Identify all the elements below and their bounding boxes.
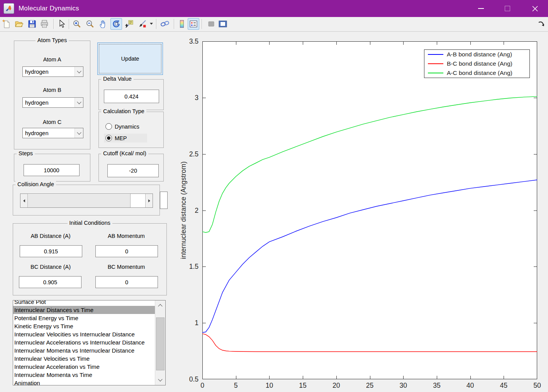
minimize-button[interactable] [472,0,490,17]
dock-figure-arrow-icon[interactable] [538,20,546,28]
edit-plot-button[interactable] [56,18,67,30]
plot-list-item[interactable]: Internuclear Accelerations vs Internucle… [13,338,155,346]
print-figure-icon [40,19,49,29]
rotate-3d-button[interactable] [110,18,122,30]
ab-momentum-label: AB Momentum [95,233,157,239]
print-figure-button[interactable] [39,18,50,30]
plot-list-item[interactable]: Internulear Velocities vs Time [13,355,155,363]
figure-toolbar [0,17,548,32]
atom-c-label: Atom C [14,119,90,125]
ab-distance-field[interactable]: 0.915 [20,245,82,257]
plot-list-item[interactable]: Internuclear Momenta vs Time [13,371,155,379]
plot-legend[interactable]: A-B bond distance (Ang)B-C bond distance… [424,49,530,78]
chevron-down-icon[interactable] [75,67,83,76]
atom-c-dropdown[interactable]: hydrogen [22,128,83,138]
x-tick-label: 15 [291,382,314,390]
legend-label: B-C bond distance (Ang) [447,60,512,67]
insert-colorbar-button[interactable] [176,18,188,30]
cutoff-title: Cutoff (Kcal/ mol) [101,150,148,156]
bc-distance-field[interactable]: 0.905 [19,276,81,288]
pointer-icon [57,19,66,29]
listbox-scrollbar[interactable] [155,300,165,385]
ab-momentum-field[interactable]: 0 [95,245,158,257]
data-cursor-button[interactable] [124,18,135,30]
plot-list-item[interactable]: Surface Plot [13,300,155,306]
plot-tools-off-button[interactable] [205,18,217,30]
atom-c-value: hydrogen [23,128,75,138]
atom-b-dropdown[interactable]: hydrogen [22,97,83,108]
chevron-down-icon[interactable] [75,128,83,138]
slider-right-arrow-icon[interactable] [145,194,153,207]
new-figure-button[interactable] [1,18,12,30]
plot-area [202,41,537,379]
steps-field[interactable]: 10000 [24,164,80,176]
collision-angle-panel: Collision Angle [13,185,160,216]
y-tick-label: 2.5 [178,150,199,158]
maximize-button[interactable] [499,0,516,17]
toolbar-separator [53,19,54,29]
plot-list-item[interactable]: Animation [13,379,155,385]
x-tick-label: 5 [224,382,248,390]
zoom-out-button[interactable] [84,18,96,30]
mep-radio[interactable]: MEP [104,134,147,143]
delta-value-field[interactable]: 0.424 [104,90,159,103]
zoom-out-icon [85,19,95,29]
y-tick-label: 3 [178,93,199,102]
slider-left-arrow-icon[interactable] [20,194,28,207]
window-title: Molecular Dynamics [19,5,79,12]
collision-angle-slider[interactable] [20,193,153,208]
atom-a-dropdown[interactable]: hydrogen [22,66,83,77]
dynamics-radio[interactable]: Dynamics [105,122,159,131]
dock-plot-tools-button[interactable] [217,18,229,30]
bc-distance-label: BC Distance (A) [20,264,81,270]
link-plot-button[interactable] [159,18,171,30]
atom-a-label: Atom A [14,56,90,63]
insert-legend-button[interactable] [188,18,199,30]
plot-type-listbox[interactable]: Surface PlotInternuclear Distances vs Ti… [13,300,166,385]
legend-label: A-C bond distance (Ang) [447,70,512,76]
chevron-down-icon[interactable] [75,98,83,107]
scroll-down-icon[interactable] [155,375,165,385]
plot-list-item[interactable]: Internuclear Distances vs Time [13,306,155,314]
y-tick-label: 1.5 [178,263,199,271]
x-tick-label: 25 [358,382,382,390]
toolbar-separator [174,19,174,29]
atom-types-panel: Atom Types Atom A hydrogen Atom B hydrog… [14,41,90,149]
rotate-3d-icon [112,19,121,29]
open-file-button[interactable] [13,18,25,30]
scrollbar-thumb[interactable] [156,317,165,370]
legend-label: A-B bond distance (Ang) [447,51,512,58]
brush-button[interactable] [137,18,148,30]
delta-value-panel: Delta Value 0.424 [98,79,164,110]
y-tick-label: 2 [178,206,199,214]
matlab-logo-icon [3,3,14,14]
initial-conditions-title: Initial Conditions [67,220,112,226]
slider-thumb[interactable] [28,194,131,207]
steps-panel: Steps 10000 [14,154,90,182]
steps-title: Steps [17,150,35,156]
mep-radio-label: MEP [115,135,127,141]
open-file-icon [14,19,24,29]
bc-momentum-field[interactable]: 0 [95,276,158,288]
insert-legend-icon [189,19,198,29]
maximize-icon [505,6,510,11]
legend-line-sample [428,54,443,55]
brush-dropdown-caret-icon[interactable] [150,23,153,25]
plot-list-item[interactable]: Kinetic Energy vs Time [13,322,155,330]
plot-list-item[interactable]: Potential Energy vs Time [13,314,155,322]
plot-list-item[interactable]: Internuclear Acceleration vs Time [13,363,155,371]
plot-list-item[interactable]: Internuclear Momenta vs Internuclear Dis… [13,346,155,355]
brush-icon [138,19,147,29]
zoom-in-button[interactable] [71,18,83,30]
close-button[interactable] [526,0,544,17]
cutoff-field[interactable]: -20 [107,164,159,177]
legend-entry: A-C bond distance (Ang) [424,68,529,78]
plot-list-item[interactable]: Internuclear Velocities vs Internuclear … [13,330,155,338]
scroll-up-icon[interactable] [155,300,165,311]
titlebar: Molecular Dynamics [0,0,548,17]
insert-colorbar-icon [177,19,187,29]
update-button[interactable]: Update [97,42,163,75]
collision-angle-value-field[interactable] [160,192,168,209]
pan-button[interactable] [97,18,109,30]
save-figure-button[interactable] [26,18,38,30]
